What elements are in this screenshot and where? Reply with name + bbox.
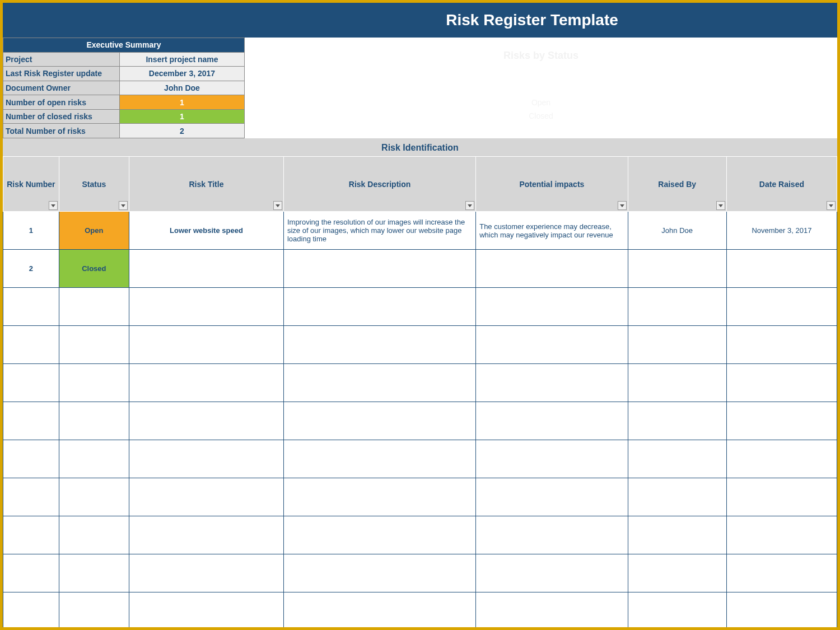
cell-risk-number[interactable]	[3, 554, 59, 592]
cell-status[interactable]: Open	[59, 212, 129, 250]
cell-raised-by[interactable]	[628, 250, 726, 288]
cell-risk-title[interactable]	[129, 554, 283, 592]
cell-raised-by[interactable]	[628, 478, 726, 516]
cell-risk-title[interactable]	[129, 326, 283, 364]
table-row[interactable]: 1OpenLower website speedImproving the re…	[3, 212, 837, 250]
cell-date-raised[interactable]	[726, 250, 837, 288]
cell-risk-number[interactable]	[3, 402, 59, 440]
cell-raised-by[interactable]	[628, 440, 726, 478]
cell-potential-impacts[interactable]: The customer experience may decrease, wh…	[476, 212, 628, 250]
cell-raised-by[interactable]	[628, 364, 726, 402]
cell-potential-impacts[interactable]	[476, 516, 628, 554]
cell-risk-description[interactable]	[283, 592, 475, 631]
cell-risk-description[interactable]: Improving the resolution of our images w…	[283, 212, 475, 250]
cell-potential-impacts[interactable]	[476, 326, 628, 364]
summary-total-value[interactable]: 2	[120, 124, 245, 138]
cell-potential-impacts[interactable]	[476, 250, 628, 288]
cell-risk-description[interactable]	[283, 326, 475, 364]
cell-risk-description[interactable]	[283, 554, 475, 592]
col-risk-title[interactable]: Risk Title	[129, 157, 283, 212]
cell-potential-impacts[interactable]	[476, 364, 628, 402]
cell-status[interactable]	[59, 326, 129, 364]
table-row[interactable]	[3, 364, 837, 402]
table-row[interactable]	[3, 554, 837, 592]
cell-risk-number[interactable]	[3, 516, 59, 554]
table-row[interactable]	[3, 592, 837, 631]
cell-risk-title[interactable]	[129, 402, 283, 440]
summary-owner-value[interactable]: John Doe	[120, 81, 245, 95]
cell-risk-title[interactable]	[129, 516, 283, 554]
cell-date-raised[interactable]: November 3, 2017	[726, 212, 837, 250]
col-date-raised[interactable]: Date Raised	[726, 157, 837, 212]
filter-icon[interactable]	[827, 201, 836, 210]
filter-icon[interactable]	[119, 201, 128, 210]
cell-potential-impacts[interactable]	[476, 288, 628, 326]
filter-icon[interactable]	[618, 201, 627, 210]
cell-date-raised[interactable]	[726, 364, 837, 402]
cell-status[interactable]: Closed	[59, 250, 129, 288]
cell-risk-title[interactable]: Lower website speed	[129, 212, 283, 250]
cell-risk-number[interactable]	[3, 592, 59, 631]
cell-date-raised[interactable]	[726, 554, 837, 592]
cell-risk-title[interactable]	[129, 364, 283, 402]
cell-potential-impacts[interactable]	[476, 402, 628, 440]
cell-risk-number[interactable]: 2	[3, 250, 59, 288]
cell-raised-by[interactable]	[628, 288, 726, 326]
cell-risk-title[interactable]	[129, 288, 283, 326]
cell-status[interactable]	[59, 402, 129, 440]
col-risk-number[interactable]: Risk Number	[3, 157, 59, 212]
cell-risk-title[interactable]	[129, 592, 283, 631]
cell-risk-description[interactable]	[283, 440, 475, 478]
summary-open-value[interactable]: 1	[120, 95, 245, 110]
filter-icon[interactable]	[49, 201, 58, 210]
cell-status[interactable]	[59, 478, 129, 516]
cell-raised-by[interactable]: John Doe	[628, 212, 726, 250]
summary-update-value[interactable]: December 3, 2017	[120, 67, 245, 81]
summary-project-value[interactable]: Insert project name	[120, 52, 245, 67]
cell-status[interactable]	[59, 288, 129, 326]
cell-status[interactable]	[59, 592, 129, 631]
cell-risk-description[interactable]	[283, 516, 475, 554]
col-potential-impacts[interactable]: Potential impacts	[476, 157, 628, 212]
table-row[interactable]	[3, 326, 837, 364]
cell-status[interactable]	[59, 554, 129, 592]
cell-risk-description[interactable]	[283, 288, 475, 326]
table-row[interactable]	[3, 402, 837, 440]
table-row[interactable]	[3, 478, 837, 516]
filter-icon[interactable]	[716, 201, 725, 210]
cell-risk-description[interactable]	[283, 402, 475, 440]
cell-risk-number[interactable]	[3, 288, 59, 326]
cell-raised-by[interactable]	[628, 402, 726, 440]
table-row[interactable]: 2Closed	[3, 250, 837, 288]
cell-risk-description[interactable]	[283, 478, 475, 516]
cell-risk-number[interactable]	[3, 478, 59, 516]
filter-icon[interactable]	[465, 201, 474, 210]
cell-raised-by[interactable]	[628, 326, 726, 364]
cell-date-raised[interactable]	[726, 440, 837, 478]
cell-risk-number[interactable]	[3, 326, 59, 364]
cell-date-raised[interactable]	[726, 402, 837, 440]
col-status[interactable]: Status	[59, 157, 129, 212]
cell-potential-impacts[interactable]	[476, 440, 628, 478]
cell-risk-title[interactable]	[129, 250, 283, 288]
col-risk-description[interactable]: Risk Description	[283, 157, 475, 212]
table-row[interactable]	[3, 440, 837, 478]
table-row[interactable]	[3, 288, 837, 326]
cell-raised-by[interactable]	[628, 554, 726, 592]
cell-risk-description[interactable]	[283, 364, 475, 402]
cell-status[interactable]	[59, 364, 129, 402]
col-raised-by[interactable]: Raised By	[628, 157, 726, 212]
cell-risk-title[interactable]	[129, 478, 283, 516]
cell-potential-impacts[interactable]	[476, 592, 628, 631]
filter-icon[interactable]	[273, 201, 282, 210]
cell-date-raised[interactable]	[726, 478, 837, 516]
cell-date-raised[interactable]	[726, 326, 837, 364]
cell-potential-impacts[interactable]	[476, 478, 628, 516]
table-row[interactable]	[3, 516, 837, 554]
cell-date-raised[interactable]	[726, 288, 837, 326]
cell-risk-number[interactable]	[3, 440, 59, 478]
cell-potential-impacts[interactable]	[476, 554, 628, 592]
cell-raised-by[interactable]	[628, 516, 726, 554]
cell-risk-title[interactable]	[129, 440, 283, 478]
cell-risk-description[interactable]	[283, 250, 475, 288]
